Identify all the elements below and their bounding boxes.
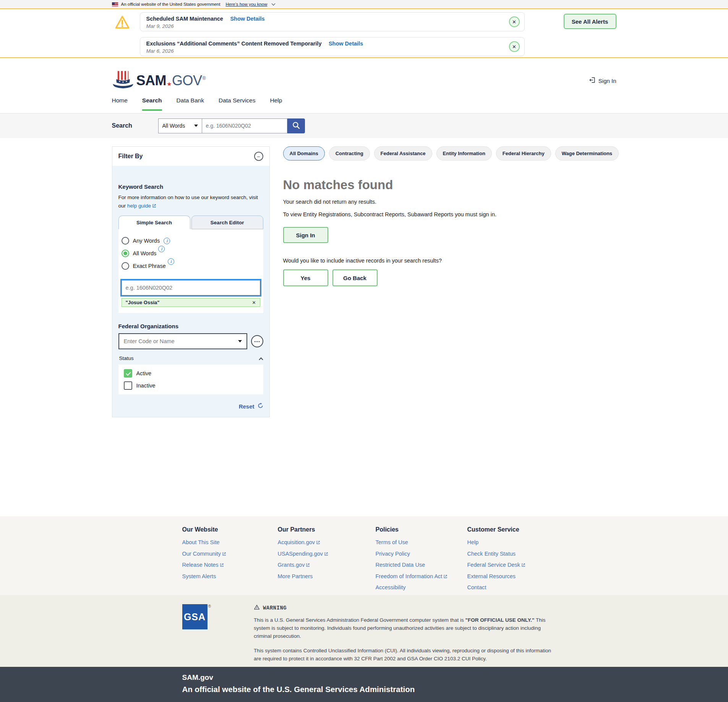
footer-col-policies: Policies Terms of Use Privacy Policy Res… (376, 526, 467, 596)
footer-link-release-notes[interactable]: Release Notes (182, 562, 278, 568)
domain-tab-contracting[interactable]: Contracting (329, 146, 370, 161)
search-mode-select[interactable]: All Words (158, 118, 202, 133)
footer-link-terms-of-use[interactable]: Terms of Use (376, 539, 467, 545)
remove-tag-button[interactable]: ✕ (252, 300, 256, 305)
footer-link-federal-service-desk[interactable]: Federal Service Desk (467, 562, 563, 568)
info-icon[interactable]: i (158, 246, 165, 252)
close-icon: ✕ (512, 19, 516, 25)
sign-in-link[interactable]: Sign In (589, 76, 616, 85)
footer-link-restricted-data-use[interactable]: Restricted Data Use (376, 562, 467, 568)
info-glyph: i (166, 238, 168, 243)
domain-tab-all-domains[interactable]: All Domains (283, 146, 325, 161)
domain-tab-federal-hierarchy[interactable]: Federal Hierarchy (496, 146, 551, 161)
no-matches-heading: No matches found (283, 178, 619, 192)
info-icon[interactable]: i (168, 258, 174, 265)
keyword-tag-text: "Josue Ossia" (126, 300, 160, 305)
logo-sam-text: SAM (136, 73, 167, 89)
footer-dark-section: SAM.gov An official website of the U.S. … (0, 667, 728, 702)
inactive-records-question: Would you like to include inactive recor… (283, 258, 619, 264)
external-link-icon (222, 551, 226, 557)
domain-tab-entity-information[interactable]: Entity Information (436, 146, 492, 161)
external-link-icon (316, 540, 320, 546)
collapse-filter-button[interactable]: − (254, 152, 263, 161)
close-alert-button[interactable]: ✕ (509, 16, 520, 27)
footer-link-acquisition-gov[interactable]: Acquisition.gov (278, 539, 376, 545)
sign-in-button[interactable]: Sign In (283, 227, 328, 243)
radio-all-words[interactable] (122, 250, 129, 257)
gov-banner: An official website of the United States… (0, 0, 728, 8)
tab-simple-search[interactable]: Simple Search (118, 216, 190, 229)
reset-filters-link[interactable]: Reset (239, 403, 255, 410)
gov-banner-text: An official website of the United States… (121, 2, 221, 6)
footer-link-about-this-site[interactable]: About This Site (182, 539, 278, 545)
nav-home[interactable]: Home (112, 97, 128, 111)
footer-link-system-alerts[interactable]: System Alerts (182, 573, 278, 579)
ellipsis-icon: ⋯ (254, 338, 260, 345)
warning-paragraph-1: This is a U.S. General Services Administ… (254, 616, 559, 640)
checkbox-inactive[interactable] (124, 381, 132, 390)
search-label: Search (112, 122, 158, 129)
show-details-link[interactable]: Show Details (230, 16, 264, 22)
sign-in-label: Sign In (598, 78, 616, 84)
footer-link-help[interactable]: Help (467, 539, 563, 545)
checkbox-active[interactable] (124, 369, 132, 378)
nav-search[interactable]: Search (142, 97, 162, 111)
radio-exact-phrase[interactable] (122, 262, 129, 270)
show-details-link[interactable]: Show Details (329, 41, 363, 47)
footer-link-privacy-policy[interactable]: Privacy Policy (376, 551, 467, 557)
no-results-subtext: Your search did not return any results. (283, 199, 619, 205)
caret-down-icon (194, 125, 198, 127)
alert-date: Mar 9, 2026 (146, 23, 501, 29)
alert-row: Exclusions “Additional Comments” Content… (140, 37, 525, 56)
info-glyph: i (170, 259, 172, 264)
footer-link-grants-gov[interactable]: Grants.gov (278, 562, 376, 568)
warning-text: This is a U.S. General Services Administ… (254, 617, 465, 623)
footer-link-foia[interactable]: Freedom of Information Act (376, 573, 467, 579)
go-back-button[interactable]: Go Back (332, 269, 378, 286)
footer-link-check-entity-status[interactable]: Check Entity Status (467, 551, 563, 557)
footer-link-accessibility[interactable]: Accessibility (376, 584, 467, 590)
info-icon[interactable]: i (164, 238, 170, 244)
close-alert-button[interactable]: ✕ (509, 41, 520, 52)
footer-link-external-resources[interactable]: External Resources (467, 573, 563, 579)
radio-any-words[interactable] (122, 237, 129, 245)
nav-data-services[interactable]: Data Services (219, 97, 255, 111)
alert-row: Scheduled SAM Maintenance Show Details M… (140, 12, 525, 31)
footer-link-label: Our Community (182, 551, 221, 557)
domain-tab-wage-determinations[interactable]: Wage Determinations (555, 146, 619, 161)
external-link-icon (306, 562, 310, 568)
footer-col-heading: Our Partners (278, 526, 376, 533)
federal-organizations-title: Federal Organizations (118, 323, 263, 329)
nav-data-bank[interactable]: Data Bank (177, 97, 204, 111)
main-nav: Home Search Data Bank Data Services Help (112, 95, 616, 111)
sam-gov-logo[interactable]: SAM ★ GOV ® (112, 70, 206, 91)
footer-link-more-partners[interactable]: More Partners (278, 573, 376, 579)
gov-banner-link[interactable]: Here’s how you know (225, 2, 267, 6)
search-submit-button[interactable] (287, 118, 305, 133)
see-all-alerts-button[interactable]: See All Alerts (564, 14, 616, 29)
federal-orgs-select[interactable]: Enter Code or Name (118, 333, 247, 349)
footer-link-contact[interactable]: Contact (467, 584, 563, 590)
warning-triangle-icon (114, 15, 130, 32)
footer-col-heading: Policies (376, 526, 467, 533)
tab-search-editor[interactable]: Search Editor (191, 216, 263, 229)
keyword-search-input[interactable] (122, 280, 260, 295)
simple-search-tab-content: Any Words i All Words i Exact Phrase i (118, 229, 263, 313)
footer-link-usaspending-gov[interactable]: USASpending.gov (278, 551, 376, 557)
footer-link-our-community[interactable]: Our Community (182, 551, 278, 557)
results-area: All Domains Contracting Federal Assistan… (283, 146, 619, 417)
chevron-up-icon[interactable] (259, 357, 263, 362)
federal-orgs-more-button[interactable]: ⋯ (251, 335, 263, 347)
external-link-icon (443, 574, 448, 580)
footer-site-name: SAM.gov (182, 673, 616, 682)
help-guide-link[interactable]: help guide (127, 203, 151, 209)
sign-in-icon (589, 76, 596, 85)
yes-button[interactable]: Yes (283, 269, 328, 286)
top-search-input[interactable] (202, 118, 287, 133)
radio-all-words-label: All Words (133, 250, 157, 256)
domain-tab-federal-assistance[interactable]: Federal Assistance (374, 146, 432, 161)
nav-help[interactable]: Help (270, 97, 282, 111)
footer-col-our-website: Our Website About This Site Our Communit… (182, 526, 278, 596)
site-header: SAM ★ GOV ® Sign In Home Search Data Ban… (0, 58, 728, 113)
keyword-search-title: Keyword Search (118, 183, 263, 190)
